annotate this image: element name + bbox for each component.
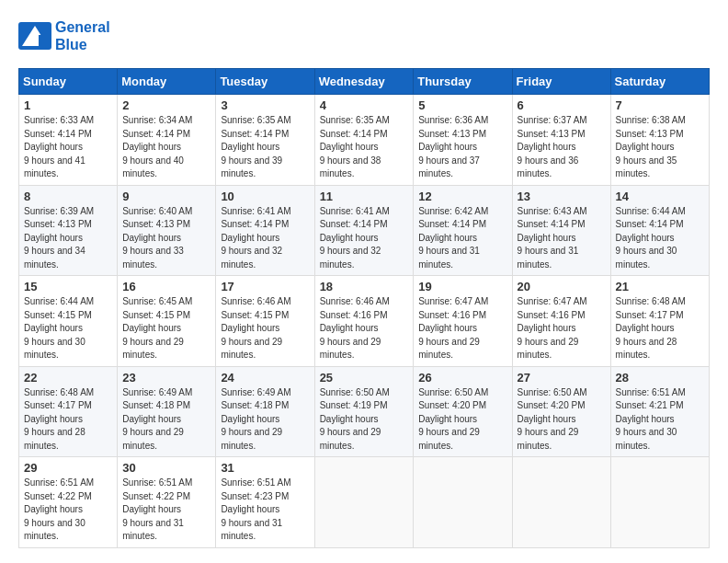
- weekday-header-cell: Tuesday: [216, 69, 314, 95]
- weekday-header-cell: Saturday: [610, 69, 709, 95]
- calendar-cell: 1 Sunrise: 6:33 AM Sunset: 4:14 PM Dayli…: [19, 95, 118, 186]
- calendar-cell: 21 Sunrise: 6:48 AM Sunset: 4:17 PM Dayl…: [610, 276, 709, 367]
- day-number: 15: [24, 280, 112, 293]
- weekday-header-cell: Sunday: [19, 69, 118, 95]
- day-number: 29: [24, 461, 112, 475]
- calendar-cell: 15 Sunrise: 6:44 AM Sunset: 4:15 PM Dayl…: [19, 276, 118, 367]
- calendar-cell: 10 Sunrise: 6:41 AM Sunset: 4:14 PM Dayl…: [216, 185, 314, 276]
- day-info: Sunrise: 6:34 AM Sunset: 4:14 PM Dayligh…: [122, 114, 210, 181]
- weekday-header-row: SundayMondayTuesdayWednesdayThursdayFrid…: [19, 69, 710, 95]
- day-info: Sunrise: 6:49 AM Sunset: 4:18 PM Dayligh…: [221, 386, 309, 454]
- day-info: Sunrise: 6:41 AM Sunset: 4:14 PM Dayligh…: [221, 205, 309, 272]
- calendar-cell: [414, 457, 512, 548]
- day-number: 16: [122, 280, 210, 293]
- day-number: 28: [616, 371, 704, 385]
- calendar-week-row: 29 Sunrise: 6:51 AM Sunset: 4:22 PM Dayl…: [19, 457, 710, 548]
- calendar-cell: 26 Sunrise: 6:50 AM Sunset: 4:20 PM Dayl…: [414, 366, 512, 457]
- day-number: 30: [122, 461, 210, 475]
- day-number: 18: [320, 280, 409, 293]
- day-info: Sunrise: 6:46 AM Sunset: 4:15 PM Dayligh…: [221, 295, 309, 362]
- weekday-header-cell: Wednesday: [314, 69, 414, 95]
- calendar-cell: 8 Sunrise: 6:39 AM Sunset: 4:13 PM Dayli…: [19, 185, 118, 276]
- day-number: 7: [616, 98, 704, 112]
- day-number: 25: [320, 371, 409, 385]
- calendar-cell: 11 Sunrise: 6:41 AM Sunset: 4:14 PM Dayl…: [314, 185, 414, 276]
- calendar-table: SundayMondayTuesdayWednesdayThursdayFrid…: [18, 68, 710, 548]
- day-number: 4: [320, 98, 409, 112]
- day-info: Sunrise: 6:46 AM Sunset: 4:16 PM Dayligh…: [320, 295, 409, 362]
- day-number: 21: [616, 280, 704, 293]
- logo-text-line1: General: [55, 18, 110, 36]
- day-number: 17: [221, 280, 309, 293]
- day-number: 12: [418, 190, 506, 203]
- day-info: Sunrise: 6:33 AM Sunset: 4:14 PM Dayligh…: [24, 114, 112, 181]
- day-info: Sunrise: 6:40 AM Sunset: 4:13 PM Dayligh…: [122, 205, 210, 272]
- calendar-cell: 27 Sunrise: 6:50 AM Sunset: 4:20 PM Dayl…: [512, 366, 610, 457]
- day-number: 1: [24, 98, 112, 112]
- calendar-cell: 7 Sunrise: 6:38 AM Sunset: 4:13 PM Dayli…: [610, 95, 709, 186]
- calendar-cell: [610, 457, 709, 548]
- day-info: Sunrise: 6:41 AM Sunset: 4:14 PM Dayligh…: [320, 205, 409, 272]
- day-info: Sunrise: 6:47 AM Sunset: 4:16 PM Dayligh…: [518, 295, 606, 362]
- day-number: 13: [518, 190, 606, 203]
- logo-icon: [18, 22, 51, 50]
- day-info: Sunrise: 6:51 AM Sunset: 4:22 PM Dayligh…: [24, 477, 112, 544]
- svg-marker-2: [39, 35, 48, 46]
- day-number: 14: [616, 190, 704, 203]
- day-info: Sunrise: 6:35 AM Sunset: 4:14 PM Dayligh…: [221, 114, 309, 181]
- calendar-cell: 14 Sunrise: 6:44 AM Sunset: 4:14 PM Dayl…: [610, 185, 709, 276]
- day-info: Sunrise: 6:45 AM Sunset: 4:15 PM Dayligh…: [122, 295, 210, 362]
- day-number: 6: [518, 98, 606, 112]
- calendar-cell: 22 Sunrise: 6:48 AM Sunset: 4:17 PM Dayl…: [19, 366, 118, 457]
- calendar-cell: [314, 457, 414, 548]
- day-info: Sunrise: 6:37 AM Sunset: 4:13 PM Dayligh…: [518, 114, 606, 181]
- calendar-cell: 31 Sunrise: 6:51 AM Sunset: 4:23 PM Dayl…: [216, 457, 314, 548]
- calendar-cell: 16 Sunrise: 6:45 AM Sunset: 4:15 PM Dayl…: [118, 276, 216, 367]
- day-number: 5: [418, 98, 506, 112]
- day-number: 24: [221, 371, 309, 385]
- logo: General Blue: [18, 18, 110, 53]
- day-info: Sunrise: 6:50 AM Sunset: 4:20 PM Dayligh…: [418, 386, 506, 454]
- day-number: 9: [122, 190, 210, 203]
- calendar-body: 1 Sunrise: 6:33 AM Sunset: 4:14 PM Dayli…: [19, 95, 710, 548]
- day-number: 11: [320, 190, 409, 203]
- day-number: 20: [518, 280, 606, 293]
- calendar-cell: 13 Sunrise: 6:43 AM Sunset: 4:14 PM Dayl…: [512, 185, 610, 276]
- day-info: Sunrise: 6:51 AM Sunset: 4:21 PM Dayligh…: [616, 386, 704, 454]
- calendar-cell: 20 Sunrise: 6:47 AM Sunset: 4:16 PM Dayl…: [512, 276, 610, 367]
- calendar-cell: 24 Sunrise: 6:49 AM Sunset: 4:18 PM Dayl…: [216, 366, 314, 457]
- weekday-header-cell: Thursday: [414, 69, 512, 95]
- day-info: Sunrise: 6:36 AM Sunset: 4:13 PM Dayligh…: [418, 114, 506, 181]
- day-number: 8: [24, 190, 112, 203]
- weekday-header-cell: Monday: [118, 69, 216, 95]
- day-number: 27: [518, 371, 606, 385]
- day-info: Sunrise: 6:50 AM Sunset: 4:19 PM Dayligh…: [320, 386, 409, 454]
- calendar-cell: 5 Sunrise: 6:36 AM Sunset: 4:13 PM Dayli…: [414, 95, 512, 186]
- day-info: Sunrise: 6:49 AM Sunset: 4:18 PM Dayligh…: [122, 386, 210, 454]
- day-info: Sunrise: 6:44 AM Sunset: 4:15 PM Dayligh…: [24, 295, 112, 362]
- day-info: Sunrise: 6:47 AM Sunset: 4:16 PM Dayligh…: [418, 295, 506, 362]
- day-number: 22: [24, 371, 112, 385]
- calendar-cell: 30 Sunrise: 6:51 AM Sunset: 4:22 PM Dayl…: [118, 457, 216, 548]
- day-info: Sunrise: 6:44 AM Sunset: 4:14 PM Dayligh…: [616, 205, 704, 272]
- day-info: Sunrise: 6:51 AM Sunset: 4:23 PM Dayligh…: [221, 477, 309, 544]
- calendar-cell: 6 Sunrise: 6:37 AM Sunset: 4:13 PM Dayli…: [512, 95, 610, 186]
- calendar-cell: 12 Sunrise: 6:42 AM Sunset: 4:14 PM Dayl…: [414, 185, 512, 276]
- page-header: General Blue: [18, 18, 710, 53]
- day-info: Sunrise: 6:43 AM Sunset: 4:14 PM Dayligh…: [518, 205, 606, 272]
- weekday-header-cell: Friday: [512, 69, 610, 95]
- calendar-cell: 18 Sunrise: 6:46 AM Sunset: 4:16 PM Dayl…: [314, 276, 414, 367]
- calendar-week-row: 8 Sunrise: 6:39 AM Sunset: 4:13 PM Dayli…: [19, 185, 710, 276]
- calendar-cell: 29 Sunrise: 6:51 AM Sunset: 4:22 PM Dayl…: [19, 457, 118, 548]
- day-number: 10: [221, 190, 309, 203]
- day-number: 23: [122, 371, 210, 385]
- calendar-week-row: 15 Sunrise: 6:44 AM Sunset: 4:15 PM Dayl…: [19, 276, 710, 367]
- calendar-cell: 17 Sunrise: 6:46 AM Sunset: 4:15 PM Dayl…: [216, 276, 314, 367]
- calendar-cell: 3 Sunrise: 6:35 AM Sunset: 4:14 PM Dayli…: [216, 95, 314, 186]
- logo-text-line2: Blue: [55, 36, 110, 53]
- calendar-cell: 4 Sunrise: 6:35 AM Sunset: 4:14 PM Dayli…: [314, 95, 414, 186]
- day-info: Sunrise: 6:50 AM Sunset: 4:20 PM Dayligh…: [518, 386, 606, 454]
- day-info: Sunrise: 6:38 AM Sunset: 4:13 PM Dayligh…: [616, 114, 704, 181]
- calendar-week-row: 1 Sunrise: 6:33 AM Sunset: 4:14 PM Dayli…: [19, 95, 710, 186]
- calendar-cell: [512, 457, 610, 548]
